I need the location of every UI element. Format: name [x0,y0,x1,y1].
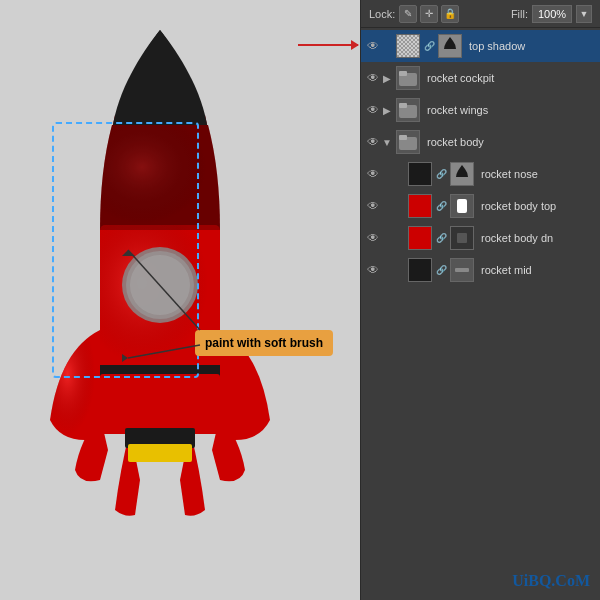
fill-input[interactable] [532,5,572,23]
canvas-area: paint with soft brush [0,0,360,600]
layer-item-rocket-nose[interactable]: 👁🔗rocket nose [361,158,600,190]
layer-item-rocket-wings[interactable]: 👁▶rocket wings [361,94,600,126]
svg-rect-17 [397,35,419,57]
layer-item-rocket-body-dn[interactable]: 👁🔗rocket body dn [361,222,600,254]
thumb1-rocket-mid [408,258,432,282]
thumb1-rocket-nose [408,162,432,186]
arrow-icon-rocket-body-top [381,200,393,212]
svg-rect-21 [399,103,407,108]
svg-rect-23 [399,135,407,140]
eye-icon-rocket-nose[interactable]: 👁 [365,166,381,182]
layer-item-rocket-cockpit[interactable]: 👁▶rocket cockpit [361,62,600,94]
eye-icon-rocket-mid[interactable]: 👁 [365,262,381,278]
link-icon-top-shadow[interactable]: 🔗 [423,40,435,52]
lock-icons-group: ✎ ✛ 🔒 [399,5,459,23]
layer-name-rocket-body-top: rocket body top [481,200,556,212]
arrow-icon-rocket-nose [381,168,393,180]
layer-name-top-shadow: top shadow [469,40,525,52]
eye-icon-top-shadow[interactable]: 👁 [365,38,381,54]
fill-section: Fill: ▼ [511,5,592,23]
lock-fill-row: Lock: ✎ ✛ 🔒 Fill: ▼ [361,0,600,28]
thumb1-rocket-body [396,130,420,154]
lock-paint-icon[interactable]: ✎ [399,5,417,23]
rocket-container [30,20,320,580]
watermark: UiBQ.CoM [512,572,590,590]
svg-rect-9 [128,444,192,462]
layer-name-rocket-body: rocket body [427,136,484,148]
thumb1-rocket-cockpit [396,66,420,90]
rocket-svg [30,20,290,580]
eye-icon-rocket-body-top[interactable]: 👁 [365,198,381,214]
thumb1-rocket-body-top [408,194,432,218]
layer-item-rocket-body[interactable]: 👁▼rocket body [361,126,600,158]
link-icon-rocket-body-top[interactable]: 🔗 [435,200,447,212]
arrow-icon-rocket-cockpit[interactable]: ▶ [381,72,393,84]
link-icon-rocket-mid[interactable]: 🔗 [435,264,447,276]
eye-icon-rocket-body[interactable]: 👁 [365,134,381,150]
arrow-icon-rocket-mid [381,264,393,276]
layer-item-rocket-mid[interactable]: 👁🔗rocket mid [361,254,600,286]
thumb1-rocket-body-dn [408,226,432,250]
link-icon-rocket-nose[interactable]: 🔗 [435,168,447,180]
layer-item-rocket-body-top[interactable]: 👁🔗rocket body top [361,190,600,222]
layer-name-rocket-wings: rocket wings [427,104,488,116]
thumb1-top-shadow [396,34,420,58]
svg-rect-19 [399,71,407,76]
fill-dropdown[interactable]: ▼ [576,5,592,23]
arrow-icon-top-shadow [381,40,393,52]
layer-name-rocket-mid: rocket mid [481,264,532,276]
arrow-icon-rocket-wings[interactable]: ▶ [381,104,393,116]
eye-icon-rocket-cockpit[interactable]: 👁 [365,70,381,86]
svg-rect-7 [100,374,220,434]
lock-move-icon[interactable]: ✛ [420,5,438,23]
thumb2-rocket-body-dn [450,226,474,250]
svg-rect-24 [457,199,467,213]
svg-point-5 [130,255,190,315]
thumb2-rocket-body-top [450,194,474,218]
eye-icon-rocket-body-dn[interactable]: 👁 [365,230,381,246]
arrow-icon-rocket-body-dn [381,232,393,244]
fill-label: Fill: [511,8,528,20]
layer-item-top-shadow[interactable]: 👁🔗top shadow [361,30,600,62]
thumb2-rocket-mid [450,258,474,282]
layers-panel: Lock: ✎ ✛ 🔒 Fill: ▼ 👁🔗top shadow👁▶rocket… [360,0,600,600]
svg-rect-25 [457,233,467,243]
lock-all-icon[interactable]: 🔒 [441,5,459,23]
svg-rect-26 [455,268,469,272]
layer-name-rocket-body-dn: rocket body dn [481,232,553,244]
layer-name-rocket-cockpit: rocket cockpit [427,72,494,84]
thumb2-top-shadow [438,34,462,58]
layers-list: 👁🔗top shadow👁▶rocket cockpit👁▶rocket win… [361,28,600,288]
layer-name-rocket-nose: rocket nose [481,168,538,180]
eye-icon-rocket-wings[interactable]: 👁 [365,102,381,118]
thumb1-rocket-wings [396,98,420,122]
annotation-text: paint with soft brush [205,336,323,350]
lock-label: Lock: [369,8,395,20]
annotation-box: paint with soft brush [195,330,333,356]
red-arrow-indicator [298,44,358,46]
link-icon-rocket-body-dn[interactable]: 🔗 [435,232,447,244]
thumb2-rocket-nose [450,162,474,186]
arrow-icon-rocket-body[interactable]: ▼ [381,136,393,148]
